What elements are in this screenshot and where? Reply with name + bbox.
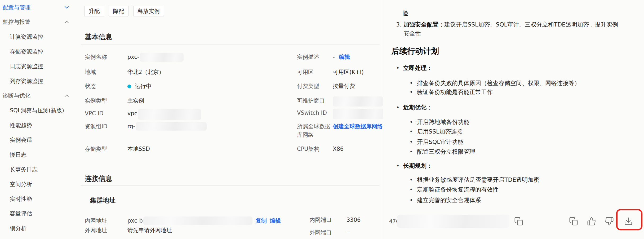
info-row-status: 状态 运行中: [85, 82, 152, 90]
info-label: 可用区: [297, 68, 333, 76]
plan-group-title: 长期规划：: [396, 161, 432, 170]
plan-item-text: 排查备份失败的具体原因（检查存储空间、权限、网络连接等）: [417, 80, 580, 86]
sidebar-item-label: 实例会话: [10, 136, 32, 144]
info-value: 运行中: [127, 82, 152, 90]
plan-item: 建立完善的安全合规体系: [410, 196, 481, 205]
info-label: 所属全球数据库网络: [297, 122, 333, 139]
status-running-dot: [127, 85, 131, 88]
info-value: vpc: [127, 109, 137, 118]
sidebar-item-compute-monitoring[interactable]: 计算资源监控: [0, 29, 76, 44]
info-value: 可用区(K+I): [333, 68, 364, 76]
copy-icon: [569, 217, 578, 226]
sidebar-item-label: 实时性能: [10, 195, 32, 203]
info-value: pxc-: [127, 53, 139, 61]
console-screen: 配置与管理 监控与报警 计算资源监控 存储资源监控 日志资源监控 列存资源监控 …: [0, 0, 644, 239]
sidebar-item-storage-monitoring[interactable]: 存储资源监控: [0, 44, 76, 59]
connection-info-title: 连接信息: [85, 174, 112, 183]
sidebar-item-label: 空间分析: [10, 180, 32, 188]
info-row-resource-group-id: 资源组ID rg-: [85, 122, 207, 131]
info-row-billing-type: 付费类型 按量付费: [297, 82, 355, 90]
thumbs-up-icon: [587, 217, 596, 226]
plan-item-text: 启用SSL加密连接: [417, 128, 463, 135]
item-bold-text: 加强安全配置：: [403, 21, 444, 28]
downgrade-button[interactable]: 降配: [109, 6, 128, 16]
plan-item-text: 根据业务敏感度评估是否需要开启TDE透明加密: [417, 176, 539, 183]
thumbs-down-button[interactable]: [605, 217, 614, 226]
info-row-vpc-id: VPC ID vpc: [85, 109, 201, 120]
sidebar-item-monitoring-alerts[interactable]: 监控与报警: [0, 15, 76, 30]
create-gdn-link[interactable]: 创建全球数据库网络: [333, 122, 383, 131]
sidebar-item-lock-analysis[interactable]: 锁分析: [0, 221, 76, 236]
assistant-numbered-item: 3. 加强安全配置：建议开启SSL加密、SQL审计、三权分立和TDE透明加密，提…: [396, 20, 621, 38]
copy-address-link[interactable]: 复制: [256, 216, 267, 225]
redacted-instance-name: [140, 53, 184, 62]
upgrade-button[interactable]: 升配: [84, 6, 104, 16]
download-icon: [624, 217, 633, 226]
release-instance-button[interactable]: 释放实例: [133, 6, 164, 16]
info-value: 按量付费: [333, 82, 355, 90]
info-row-internal-address: 内网地址 pxc-b 复制 编辑: [85, 216, 281, 225]
chevron-down-icon: [64, 4, 70, 11]
sidebar-item-performance-trend[interactable]: 性能趋势: [0, 118, 76, 133]
info-row-region: 地域 华北2（北京）: [85, 68, 164, 76]
sidebar-item-long-transaction-log[interactable]: 长事务日志: [0, 162, 76, 177]
plan-item-text: 建立完善的安全合规体系: [417, 197, 481, 203]
info-value: 请先申请外网地址: [127, 226, 172, 234]
info-row-vswitch-id: VSwitch ID: [297, 109, 385, 119]
info-row-public-port: 外网端口 -: [309, 228, 349, 237]
info-row-instance-type: 实例类型 主实例: [85, 96, 144, 105]
sidebar-item-slow-log[interactable]: 慢日志: [0, 147, 76, 162]
sidebar-item-log-monitoring[interactable]: 日志资源监控: [0, 59, 76, 74]
section-divider: [81, 185, 380, 186]
sidebar-item-label: SQL洞察与压测(新版): [10, 107, 64, 114]
redacted-vswitch-id: [333, 109, 385, 119]
chevron-up-icon: [64, 92, 70, 99]
sidebar-item-columnar-monitoring[interactable]: 列存资源监控: [0, 74, 76, 88]
plan-item: 启用SSL加密连接: [410, 127, 463, 136]
sidebar-item-label: 日志资源监控: [10, 63, 43, 70]
plan-item: 配置三权分立权限管理: [410, 147, 475, 156]
sidebar-item-label: 配置与管理: [3, 4, 30, 11]
sidebar-item-label: 长事务日志: [10, 166, 38, 173]
info-label: CPU架构: [297, 145, 333, 153]
info-label: 实例描述: [297, 53, 333, 61]
sidebar: 配置与管理 监控与报警 计算资源监控 存储资源监控 日志资源监控 列存资源监控 …: [0, 0, 76, 239]
sidebar-item-instance-sessions[interactable]: 实例会话: [0, 132, 76, 147]
plan-item: 开启SQL审计功能: [410, 138, 464, 147]
thumbs-down-icon: [605, 217, 614, 226]
plan-item-text: 定期验证备份恢复流程的有效性: [417, 186, 499, 193]
cluster-address-title: 集群地址: [90, 196, 116, 205]
info-label: 外网地址: [85, 226, 127, 234]
plan-item: 排查备份失败的具体原因（检查存储空间、权限、网络连接等）: [410, 79, 580, 88]
info-row-cpu-arch: CPU架构 X86: [297, 145, 344, 153]
copy-id-button[interactable]: [514, 217, 523, 226]
sidebar-item-sql-insight[interactable]: SQL洞察与压测(新版): [0, 103, 76, 118]
sidebar-item-diagnosis-optimization[interactable]: 诊断与优化: [0, 88, 76, 103]
sidebar-item-config-management[interactable]: 配置与管理: [0, 0, 76, 15]
sidebar-item-label: 监控与报警: [3, 18, 30, 26]
edit-description-link[interactable]: 编辑: [339, 53, 350, 61]
sidebar-item-capacity-evaluation[interactable]: 容量评估: [0, 206, 76, 221]
info-label: 内网端口: [309, 216, 347, 224]
assistant-overflow-line: 险: [403, 9, 408, 18]
thumbs-up-button[interactable]: [587, 217, 596, 226]
info-row-instance-name: 实例名称 pxc-: [85, 53, 184, 62]
info-value: 3306: [347, 216, 361, 224]
sidebar-item-realtime-performance[interactable]: 实时性能: [0, 192, 76, 206]
info-label: 可维护窗口: [297, 96, 333, 105]
sidebar-item-space-analysis[interactable]: 空间分析: [0, 177, 76, 192]
download-button[interactable]: [624, 217, 633, 226]
plan-item-text: 开启跨地域备份功能: [417, 119, 469, 125]
info-value: 主实例: [127, 96, 144, 105]
basic-info-title: 基本信息: [85, 32, 112, 42]
plan-item-text: 验证备份功能是否能正常工作: [417, 89, 493, 95]
copy-answer-button[interactable]: [569, 217, 578, 226]
info-label: 状态: [85, 82, 127, 90]
info-row-instance-description: 实例描述 - 编辑: [297, 53, 350, 61]
info-label: 存储类型: [85, 145, 127, 153]
plan-item-text: 配置三权分立权限管理: [417, 148, 475, 155]
redacted-internal-address: [143, 216, 252, 225]
edit-address-link[interactable]: 编辑: [270, 216, 281, 225]
info-label: 内网地址: [85, 216, 127, 225]
info-label: 付费类型: [297, 82, 333, 90]
